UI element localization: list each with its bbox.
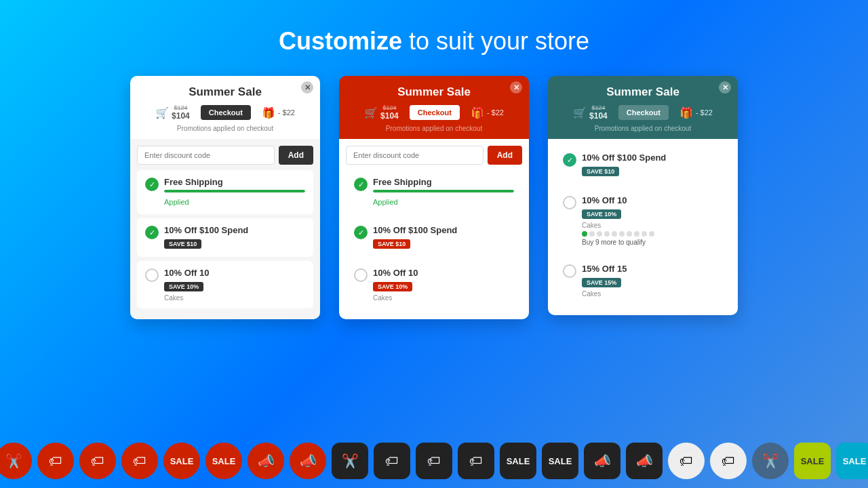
checkout-button-red[interactable]: Checkout — [410, 105, 460, 120]
promo-details-15off15-teal: 15% Off 15 SAVE 15% Cakes — [582, 264, 723, 298]
dot-3 — [597, 231, 602, 237]
check-10off10-red — [354, 268, 368, 282]
icon-btn-13[interactable]: SALE — [500, 443, 536, 479]
icon-btn-19[interactable]: ✂️ — [752, 443, 789, 479]
checkout-button-teal[interactable]: Checkout — [618, 105, 669, 120]
promo-details-10off100-white: 10% Off $100 Spend SAVE $10 — [164, 225, 305, 250]
icon-btn-5[interactable]: SALE — [163, 443, 200, 479]
discount-input-red[interactable] — [346, 146, 484, 165]
promo-10off10-white: 10% Off 10 SAVE 10% Cakes — [137, 261, 313, 308]
applied-text-red: Applied — [373, 198, 398, 206]
add-button-red[interactable]: Add — [488, 146, 522, 165]
icon-btn-21[interactable]: SALE — [836, 443, 868, 479]
gift-info-red: 🎁 - $22 — [471, 106, 504, 119]
save-badge-10off10-red: SAVE 10% — [373, 282, 412, 291]
icon-btn-2[interactable]: 🏷 — [37, 443, 74, 479]
price-original-teal: $124 — [589, 104, 608, 111]
promo-details-10off10-red: 10% Off 10 SAVE 10% Cakes — [373, 268, 514, 302]
icon-btn-9[interactable]: ✂️ — [332, 443, 368, 479]
save-badge-10off10-teal: SAVE 10% — [582, 209, 621, 219]
cart-icon-teal: 🛒 — [573, 106, 587, 119]
gift-label-red: - $22 — [487, 108, 504, 117]
icon-btn-20[interactable]: SALE — [794, 443, 831, 479]
cart-info-white: 🛒 $124 $104 — [155, 104, 190, 121]
save-badge-10off10-white: SAVE 10% — [164, 282, 203, 291]
promo-10off100-teal: ✓ 10% Off $100 Spend SAVE $10 — [555, 146, 731, 184]
promo-name-10off100-red: 10% Off $100 Spend — [373, 225, 514, 235]
promo-name-10off100-teal: 10% Off $100 Spend — [582, 152, 723, 163]
check-free-shipping-white: ✓ — [145, 178, 159, 191]
icon-btn-6[interactable]: SALE — [205, 443, 242, 479]
card-red-body: Add ✓ Free Shipping Applied ✓ 10% Off $1… — [339, 139, 529, 319]
icon-btn-15[interactable]: 📣 — [584, 443, 620, 479]
discount-row-white: Add — [137, 146, 313, 165]
icon-btn-11[interactable]: 🏷 — [416, 443, 452, 479]
save-badge-10off100-white: SAVE $10 — [164, 239, 201, 249]
promo-details-10off10-teal: 10% Off 10 SAVE 10% Cakes — [582, 195, 723, 246]
dot-9 — [642, 231, 647, 237]
header-title-rest: to suit your store — [402, 27, 589, 55]
close-button-teal[interactable]: ✕ — [719, 81, 731, 94]
page-header: Customize to suit your store — [279, 27, 589, 56]
qualify-text-teal: Buy 9 more to qualify — [582, 239, 723, 246]
close-button-red[interactable]: ✕ — [510, 81, 522, 94]
card-teal-summary: 🛒 $124 $104 Checkout 🎁 - $22 — [559, 104, 727, 121]
card-white-body: Add ✓ Free Shipping Applied ✓ 10% Off $1… — [130, 139, 320, 319]
dot-7 — [627, 231, 632, 237]
promo-name-free-shipping-red: Free Shipping — [373, 177, 514, 187]
gift-info-white: 🎁 - $22 — [262, 106, 295, 119]
discount-input-white[interactable] — [137, 146, 275, 165]
dot-10 — [649, 231, 654, 237]
header-title-bold: Customize — [279, 27, 402, 55]
icon-btn-8[interactable]: 📣 — [290, 443, 326, 479]
card-white-title: Summer Sale — [141, 85, 309, 99]
promo-10off100-red: ✓ 10% Off $100 Spend SAVE $10 — [346, 218, 522, 257]
promo-10off100-white: ✓ 10% Off $100 Spend SAVE $10 — [137, 218, 313, 257]
dot-8 — [634, 231, 639, 237]
check-10off100-white: ✓ — [145, 226, 159, 239]
gift-label-white: - $22 — [278, 108, 295, 117]
card-red: ✕ Summer Sale 🛒 $124 $104 Checkout 🎁 - $… — [339, 76, 529, 319]
icon-btn-17[interactable]: 🏷 — [668, 443, 705, 479]
check-10off100-teal: ✓ — [563, 153, 576, 167]
save-badge-10off100-teal: SAVE $10 — [582, 167, 619, 176]
price-current-white: $104 — [172, 111, 190, 121]
cart-info-red: 🛒 $124 $104 — [364, 104, 399, 121]
icon-btn-12[interactable]: 🏷 — [458, 443, 494, 479]
save-badge-10off100-red: SAVE $10 — [373, 239, 410, 249]
icon-btn-7[interactable]: 📣 — [248, 443, 284, 479]
icon-btn-10[interactable]: 🏷 — [374, 443, 410, 479]
add-button-white[interactable]: Add — [279, 146, 313, 165]
card-teal-header: ✕ Summer Sale 🛒 $124 $104 Checkout 🎁 - $… — [548, 76, 738, 139]
promo-details-10off100-red: 10% Off $100 Spend SAVE $10 — [373, 225, 514, 250]
promo-name-10off10-white: 10% Off 10 — [164, 268, 305, 278]
icon-btn-14[interactable]: SALE — [542, 443, 578, 479]
promo-10off10-teal: 10% Off 10 SAVE 10% Cakes — [555, 188, 731, 253]
dot-2 — [589, 231, 595, 237]
check-15off15-teal — [563, 264, 576, 278]
icon-btn-16[interactable]: 📣 — [626, 443, 663, 479]
check-10off10-white — [145, 268, 159, 282]
progress-bar-white — [164, 190, 305, 192]
icon-btn-1[interactable]: ✂️ — [0, 443, 32, 479]
close-button-white[interactable]: ✕ — [301, 81, 313, 94]
promo-text-red: Promotions applied on checkout — [350, 125, 518, 132]
check-10off100-red: ✓ — [354, 226, 368, 239]
card-teal-title: Summer Sale — [559, 85, 727, 99]
progress-fill-red — [373, 190, 514, 192]
gift-icon-teal: 🎁 — [679, 106, 693, 119]
card-red-title: Summer Sale — [350, 85, 518, 99]
promo-15off15-teal: 15% Off 15 SAVE 15% Cakes — [555, 257, 731, 304]
progress-fill-white — [164, 190, 305, 192]
gift-label-teal: - $22 — [696, 108, 713, 117]
promo-details-free-shipping-white: Free Shipping Applied — [164, 177, 305, 207]
promo-category-10off10-teal: Cakes — [582, 222, 723, 229]
price-current-teal: $104 — [589, 111, 608, 121]
price-original-white: $124 — [172, 104, 190, 111]
qualify-dots-teal — [582, 231, 723, 237]
checkout-button-white[interactable]: Checkout — [201, 105, 251, 120]
icon-btn-18[interactable]: 🏷 — [710, 443, 747, 479]
icon-btn-4[interactable]: 🏷 — [121, 443, 158, 479]
icon-btn-3[interactable]: 🏷 — [79, 443, 116, 479]
discount-row-red: Add — [346, 146, 522, 165]
